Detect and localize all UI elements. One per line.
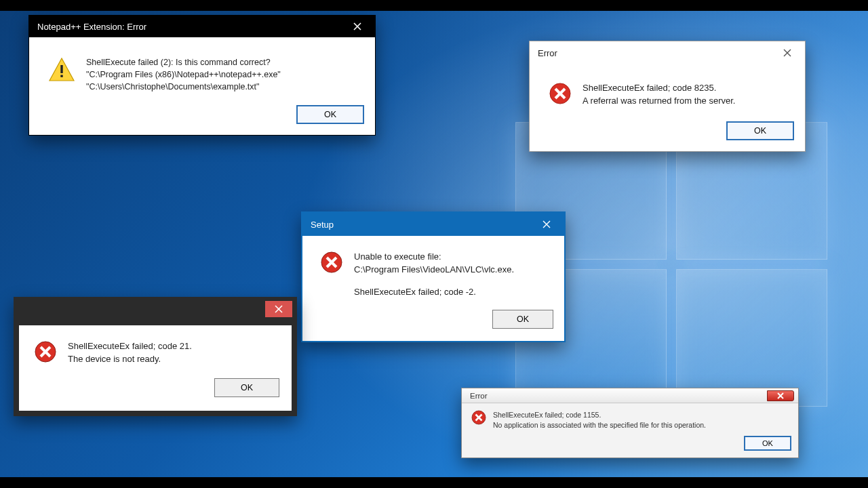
close-icon[interactable] (265, 301, 292, 317)
message-line: ShellExecuteEx failed; code 1155. (493, 411, 601, 419)
svg-rect-3 (60, 65, 62, 73)
dialog-error-1155: Error ShellExecuteEx failed; code 1155. … (461, 388, 799, 458)
message-line: Unable to execute file: (354, 251, 441, 262)
close-icon[interactable] (767, 390, 794, 401)
dialog-setup-error: Setup Unable to execute file: C:\Program… (301, 211, 566, 342)
message-line: C:\Program Files\VideoLAN\VLC\vlc.exe. (354, 264, 514, 277)
warning-icon (48, 56, 75, 83)
error-icon (471, 410, 486, 425)
window-title: Error (470, 392, 488, 400)
message-line: "C:\Users\Christophe\Documents\example.t… (86, 81, 281, 93)
ok-button[interactable]: OK (726, 121, 794, 140)
titlebar[interactable]: Setup (302, 213, 564, 236)
message-text: Unable to execute file: C:\Program Files… (354, 251, 514, 299)
close-icon[interactable] (344, 18, 371, 35)
window-title: Setup (311, 220, 334, 230)
ok-button[interactable]: OK (214, 378, 279, 397)
titlebar[interactable]: Error (530, 41, 805, 64)
message-text: ShellExecuteEx failed; code 1155. No app… (493, 410, 706, 430)
error-icon (320, 251, 343, 274)
letterbox-bottom (0, 477, 868, 488)
message-line: ShellExecuteEx failed; code 8235. (583, 83, 716, 93)
letterbox-top (0, 0, 868, 11)
message-line: ShellExecuteEx failed; code -2. (354, 286, 514, 299)
window-title: Notepad++ Extension: Error (37, 22, 146, 32)
error-icon (549, 82, 572, 105)
message-line: The device is not ready. (68, 353, 192, 366)
message-line: ShellExecute failed (2): Is this command… (86, 58, 271, 67)
message-text: ShellExecuteEx failed; code 8235. A refe… (583, 82, 735, 108)
dialog-error-8235: Error ShellExecuteEx failed; code 8235. … (529, 41, 806, 152)
titlebar[interactable]: Error (462, 388, 798, 403)
ok-button[interactable]: OK (296, 105, 364, 124)
close-icon[interactable] (533, 216, 560, 232)
message-text: ShellExecute failed (2): Is this command… (86, 56, 281, 93)
ok-button[interactable]: OK (492, 310, 553, 329)
message-text: ShellExecuteEx failed; code 21. The devi… (68, 340, 192, 366)
titlebar[interactable] (14, 298, 296, 321)
titlebar[interactable]: Notepad++ Extension: Error (29, 16, 375, 37)
dialog-notepad-error: Notepad++ Extension: Error ShellExecute … (28, 15, 376, 136)
message-line: No application is associated with the sp… (493, 420, 706, 430)
message-line: "C:\Program Files (x86)\Notepad++\notepa… (86, 68, 281, 81)
message-line: ShellExecuteEx failed; code 21. (68, 341, 192, 351)
svg-rect-4 (60, 75, 62, 77)
message-line: A referral was returned from the server. (583, 95, 735, 108)
ok-button[interactable]: OK (744, 436, 791, 451)
error-icon (34, 340, 57, 363)
dialog-error-21: ShellExecuteEx failed; code 21. The devi… (14, 297, 297, 416)
window-title: Error (538, 48, 557, 58)
close-icon[interactable] (774, 45, 801, 61)
